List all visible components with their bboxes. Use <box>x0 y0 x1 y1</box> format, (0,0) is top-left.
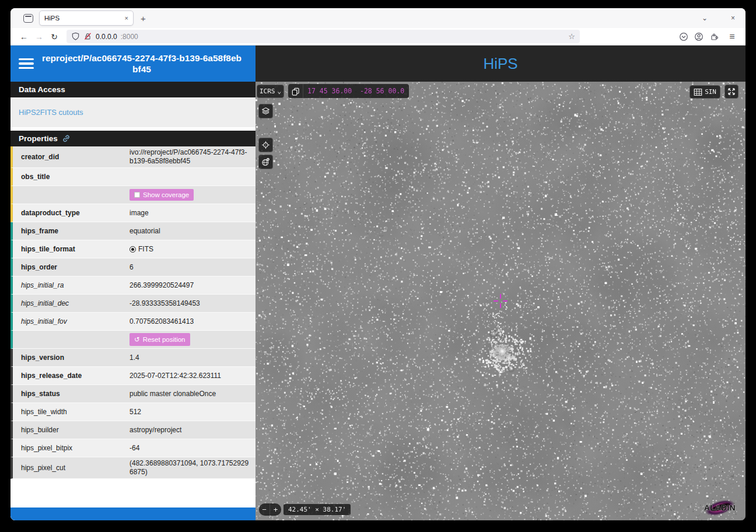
property-row: creator_didivo://reproject/P/ac066745-22… <box>10 146 256 168</box>
back-button[interactable]: ← <box>16 32 32 41</box>
grid-icon <box>694 88 702 96</box>
insecure-lock-icon[interactable] <box>83 32 92 41</box>
properties-table: creator_didivo://reproject/P/ac066745-22… <box>10 146 256 506</box>
app-menu-icon[interactable]: ≡ <box>724 32 740 42</box>
property-value: 0.707562083461413 <box>130 317 251 326</box>
property-label: hips_status <box>21 390 130 398</box>
property-row: hips_initial_fov0.707562083461413 <box>10 313 256 331</box>
account-icon[interactable] <box>694 32 709 41</box>
property-value: ↺Reset position <box>130 333 251 346</box>
sidebar-footer-bar <box>10 508 256 520</box>
hips2fits-link[interactable]: HiPS2FITS cutouts <box>19 108 83 117</box>
sky-canvas[interactable] <box>256 82 746 520</box>
property-row: hips_pixel_bitpix-64 <box>10 439 256 457</box>
pocket-icon[interactable] <box>679 32 694 41</box>
list-tabs-chevron-icon[interactable]: ⌄ <box>702 14 708 22</box>
chevron-down-icon: ⌄ <box>277 88 281 95</box>
property-label: hips_version <box>21 354 130 362</box>
property-row: hips_version1.4 <box>10 349 256 367</box>
layers-stack-icon[interactable] <box>258 104 273 118</box>
property-row: hips_builderastropy/reproject <box>10 421 256 439</box>
browser-window: HiPS × + ⌄ × ← → ↻ 0.0.0.0:8000 <box>10 8 746 520</box>
new-tab-button[interactable]: + <box>141 13 146 23</box>
aladin-sky-view[interactable]: ICRS⌄ 17 45 36.00 -28 56 00.0 <box>256 82 746 520</box>
browser-tab[interactable]: HiPS × <box>39 10 134 26</box>
data-access-section-header: Data Access <box>10 82 256 97</box>
property-row: hips_tile_width512 <box>10 403 256 421</box>
property-value: image <box>130 209 251 218</box>
zoom-control: − + <box>259 503 281 516</box>
coordinates-display[interactable]: 17 45 36.00 -28 56 00.0 <box>307 87 404 95</box>
property-row: Show coverage <box>10 186 256 204</box>
fullscreen-icon[interactable] <box>724 85 738 99</box>
zoom-out-button[interactable]: − <box>259 503 270 516</box>
radio-selected-icon[interactable] <box>130 246 136 253</box>
property-label: hips_pixel_bitpix <box>21 444 130 452</box>
url-bar[interactable]: 0.0.0.0:8000 ☆ <box>66 30 580 43</box>
property-label: dataproduct_type <box>21 209 130 217</box>
property-value: 6 <box>130 263 251 272</box>
property-value: equatorial <box>130 227 251 236</box>
property-label: hips_release_date <box>21 372 130 380</box>
property-row: hips_tile_formatFITS <box>10 240 256 258</box>
property-row: hips_initial_ra266.3999920524497 <box>10 276 256 295</box>
extensions-puzzle-icon[interactable] <box>709 32 724 41</box>
target-search-icon[interactable] <box>258 138 273 152</box>
shield-icon[interactable] <box>71 32 80 41</box>
reload-button[interactable]: ↻ <box>47 32 62 41</box>
firefox-view-icon[interactable] <box>23 14 33 23</box>
projection-button[interactable]: SIN <box>690 85 720 99</box>
property-value: 2025-07-02T12:42:32.623111 <box>130 372 251 380</box>
property-row: hips_release_date2025-07-02T12:42:32.623… <box>10 367 256 385</box>
property-label: hips_initial_dec <box>21 299 130 307</box>
fov-display: 42.45' × 38.17' <box>284 504 351 515</box>
property-label: hips_tile_format <box>21 245 130 253</box>
property-row: hips_frameequatorial <box>10 222 256 240</box>
sidebar-header: reproject/P/ac066745-2274-47f3-b139-6a58… <box>10 46 256 82</box>
property-value: 266.3999920524497 <box>130 281 251 290</box>
coverage-checkbox[interactable] <box>134 192 140 198</box>
zoom-in-button[interactable]: + <box>270 503 281 516</box>
data-access-block: HiPS2FITS cutouts <box>10 97 256 131</box>
forward-button: → <box>32 32 47 41</box>
property-label: obs_title <box>21 173 130 181</box>
tab-bar: HiPS × + ⌄ × <box>10 8 746 28</box>
property-value: Show coverage <box>130 189 251 201</box>
properties-sidebar: reproject/P/ac066745-2274-47f3-b139-6a58… <box>10 46 256 520</box>
frame-select[interactable]: ICRS⌄ <box>257 85 284 98</box>
tab-close-icon[interactable]: × <box>125 15 128 22</box>
show-coverage-button[interactable]: Show coverage <box>130 189 194 201</box>
property-value: 1.4 <box>130 354 251 362</box>
coordinate-box: 17 45 36.00 -28 56 00.0 <box>288 84 409 98</box>
property-label: hips_frame <box>21 227 130 235</box>
property-value: 512 <box>130 408 251 416</box>
page-title: HiPS <box>256 46 746 82</box>
property-label: hips_tile_width <box>21 408 130 416</box>
property-label: hips_pixel_cut <box>21 464 130 472</box>
property-row: hips_order6 <box>10 258 256 276</box>
property-row: hips_statuspublic master clonableOnce <box>10 385 256 403</box>
copy-coordinates-icon[interactable] <box>288 84 303 98</box>
url-host: 0.0.0.0 <box>96 33 117 41</box>
properties-section-header: Properties <box>10 131 256 146</box>
property-value: (482.3689880371094, 1073.717529296875) <box>130 459 251 477</box>
property-value: astropy/reproject <box>130 426 251 435</box>
property-value: FITS <box>130 245 251 254</box>
property-row: hips_initial_dec-28.933335358149453 <box>10 295 256 313</box>
reset-position-button[interactable]: ↺Reset position <box>130 333 190 346</box>
property-label: hips_builder <box>21 426 130 434</box>
link-icon[interactable] <box>62 134 71 144</box>
property-label: hips_initial_fov <box>21 317 130 326</box>
property-label: hips_order <box>21 263 130 271</box>
property-label: creator_did <box>21 153 130 161</box>
aladin-logo-text: ALADIN <box>701 503 738 512</box>
globe-pin-icon[interactable] <box>258 155 273 169</box>
hamburger-menu-icon[interactable] <box>19 58 34 69</box>
property-row: ↺Reset position <box>10 331 256 349</box>
bookmark-star-icon[interactable]: ☆ <box>568 32 575 41</box>
property-value: ivo://reproject/P/ac066745-2274-47f3-b13… <box>130 148 251 166</box>
window-close-icon[interactable]: × <box>731 14 735 22</box>
property-label: hips_initial_ra <box>21 281 130 289</box>
dataset-title: reproject/P/ac066745-2274-47f3-b139-6a58… <box>34 52 247 75</box>
aladin-logo[interactable]: ALADIN <box>701 500 738 516</box>
